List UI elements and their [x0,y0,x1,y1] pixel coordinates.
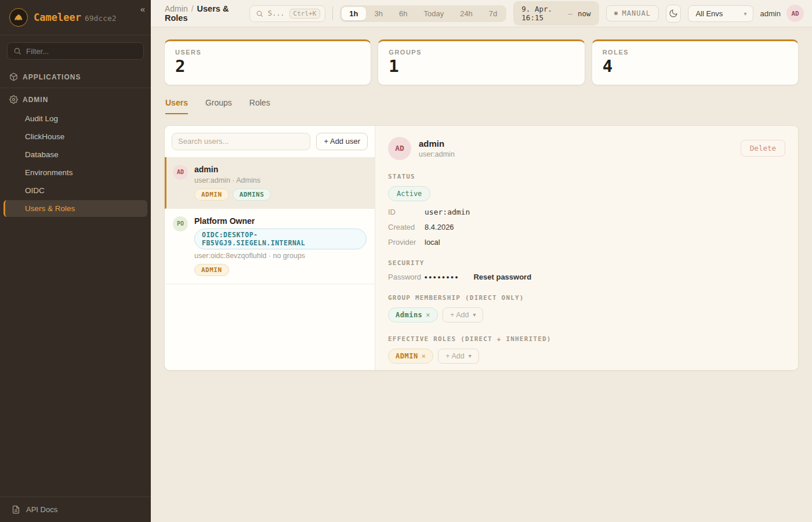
sidebar-item-oidc[interactable]: OIDC [3,182,147,199]
detail-header: AD admin user:admin Delete [388,137,785,160]
add-group-label: + Add [450,311,469,319]
env-select-value: All Envs [695,9,723,18]
sidebar-section-admin[interactable]: ADMIN [0,89,151,109]
breadcrumb-parent[interactable]: Admin [165,4,188,13]
user-meta: user:admin · Admins [194,176,271,184]
tab-groups[interactable]: Groups [205,98,232,114]
stat-value: 1 [389,57,574,76]
groups-section-heading: GROUP MEMBERSHIP (DIRECT ONLY) [388,294,785,302]
add-user-button[interactable]: + Add user [316,133,368,150]
range-6h[interactable]: 6h [392,7,415,20]
user-list-item-platform-owner[interactable]: PO Platform Owner OIDC:DESKTOP-FB5VGJ9.S… [165,209,375,284]
remove-role-icon[interactable]: × [422,352,426,360]
field-row-created: Created 8.4.2026 [388,223,785,231]
app-root: Cameleer69dcce2 « APPLICATIONS ADMIN Aud… [0,0,812,522]
reset-password-link[interactable]: Reset password [473,273,531,281]
time-range-selector: 1h 3h 6h Today 24h 7d [340,5,506,22]
stat-value: 4 [603,57,788,76]
stats-row: USERS 2 GROUPS 1 ROLES 4 [164,39,799,85]
breadcrumb: Admin/Users & Roles [165,4,238,23]
user-list-pane: + Add user AD admin user:admin · Admins … [165,126,375,370]
brand: Cameleer69dcce2 [34,12,117,23]
group-chip-row: Admins × + Add ▾ [388,307,785,322]
user-row-body: Platform Owner OIDC:DESKTOP-FB5VGJ9.SIEG… [194,216,367,276]
time-to: now [578,9,591,18]
sidebar-item-database[interactable]: Database [3,146,147,163]
topbar-divider [332,6,333,20]
sidebar-api-docs[interactable]: API Docs [0,496,151,522]
chevron-down-icon: ▾ [473,311,476,318]
role-chip-row: ADMIN × + Add ▾ [388,349,785,364]
time-display[interactable]: 9. Apr. 16:15 — now [513,1,599,26]
delete-user-button[interactable]: Delete [741,140,785,157]
topbar: Admin/Users & Roles S... Ctrl+K 1h 3h 6h… [151,0,812,27]
sidebar-collapse-icon[interactable]: « [140,5,145,13]
role-chip-admin: ADMIN × [388,349,433,364]
sidebar-spacer [0,217,151,496]
sidebar-item-audit-log[interactable]: Audit Log [3,110,147,127]
user-search-input[interactable] [172,133,310,150]
breadcrumb-separator: / [191,4,194,13]
add-group-button[interactable]: + Add ▾ [443,307,483,322]
stat-card-groups: GROUPS 1 [378,39,585,85]
sidebar-item-users-roles[interactable]: Users & Roles [3,200,147,217]
role-badge-admin: ADMIN [194,188,229,201]
topbar-user[interactable]: admin AD [760,5,804,22]
user-list-item-admin[interactable]: AD admin user:admin · Admins ADMIN ADMIN… [165,157,375,209]
range-7d[interactable]: 7d [481,7,505,20]
tab-users[interactable]: Users [165,98,188,114]
sidebar-filter-input[interactable] [26,47,137,56]
stat-card-roles: ROLES 4 [592,39,799,85]
chip-label: Admins [396,311,422,319]
env-select[interactable]: All Envs ▾ [688,5,753,22]
range-24h[interactable]: 24h [452,7,480,20]
refresh-mode-button[interactable]: MANUAL [606,5,659,21]
range-3h[interactable]: 3h [367,7,390,20]
stat-label: ROLES [603,49,788,56]
field-value: 8.4.2026 [425,223,454,231]
tab-bar: Users Groups Roles [164,98,799,114]
section-label: APPLICATIONS [23,73,81,81]
dark-mode-toggle[interactable] [666,5,682,23]
chip-label: ADMIN [396,352,418,360]
sidebar-section-applications[interactable]: APPLICATIONS [0,67,151,86]
field-value: user:admin [425,208,470,216]
range-today[interactable]: Today [416,7,451,20]
detail-avatar: AD [388,137,411,160]
user-detail-pane: AD admin user:admin Delete STATUS Active… [375,126,798,370]
group-badge-admins: ADMINS [233,188,271,201]
status-section-heading: STATUS [388,173,785,180]
sidebar-header: Cameleer69dcce2 « [0,0,151,35]
sidebar-filter[interactable] [7,42,144,60]
field-row-provider: Provider local [388,238,785,246]
stat-label: GROUPS [389,49,574,56]
user-avatar[interactable]: AD [786,5,804,22]
sidebar-item-clickhouse[interactable]: ClickHouse [3,128,147,145]
global-search-button[interactable]: S... Ctrl+K [249,5,326,22]
security-section-heading: SECURITY [388,259,785,267]
oidc-provider-badge: OIDC:DESKTOP-FB5VGJ9.SIEGELN.INTERNAL [194,229,367,249]
package-icon [9,72,18,81]
add-role-label: + Add [445,352,464,360]
range-1h[interactable]: 1h [342,7,365,20]
avatar: AD [173,165,188,180]
status-badge: Active [388,186,430,201]
group-chip-admins: Admins × [388,307,438,322]
roles-section-heading: EFFECTIVE ROLES (DIRECT + INHERITED) [388,335,785,343]
field-label: Provider [388,238,425,246]
tab-roles[interactable]: Roles [249,98,270,114]
stat-value: 2 [175,57,360,76]
user-name: admin [194,165,271,174]
remove-group-icon[interactable]: × [426,311,430,319]
user-meta: user:oidc:8evzqofluhld · no groups [194,252,367,260]
gear-icon [9,95,18,104]
field-label: ID [388,208,425,216]
sidebar-item-environments[interactable]: Environments [3,164,147,181]
avatar: PO [173,216,188,231]
search-label: S... [268,9,285,17]
badge-row: ADMIN [194,264,367,276]
add-role-button[interactable]: + Add ▾ [438,349,478,364]
chevron-down-icon: ▾ [469,353,472,359]
field-value: local [425,238,440,246]
topbar-username: admin [760,9,781,18]
